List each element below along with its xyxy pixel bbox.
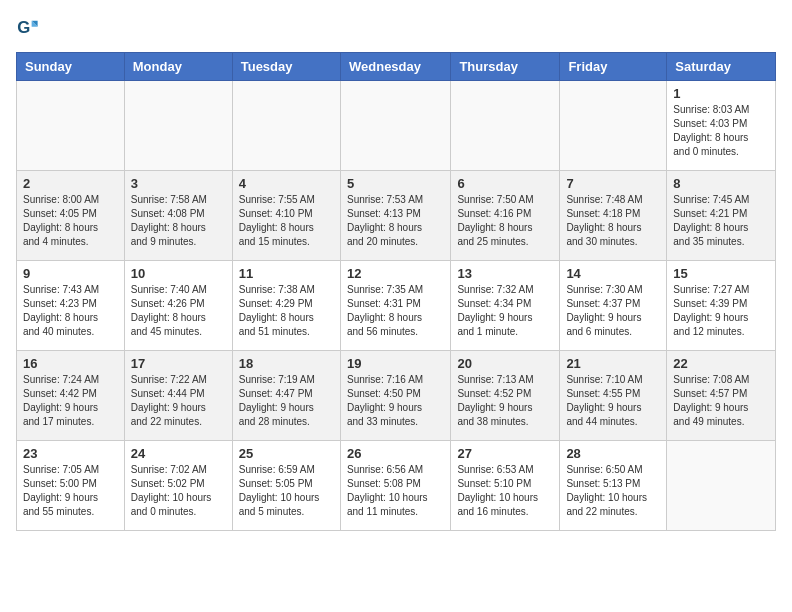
calendar-cell: 12Sunrise: 7:35 AM Sunset: 4:31 PM Dayli… [340,261,450,351]
day-number: 2 [23,176,118,191]
day-number: 18 [239,356,334,371]
calendar-cell: 5Sunrise: 7:53 AM Sunset: 4:13 PM Daylig… [340,171,450,261]
calendar-cell [667,441,776,531]
day-info: Sunrise: 7:10 AM Sunset: 4:55 PM Dayligh… [566,373,660,429]
day-number: 19 [347,356,444,371]
calendar-week-row: 9Sunrise: 7:43 AM Sunset: 4:23 PM Daylig… [17,261,776,351]
calendar-cell [560,81,667,171]
day-number: 15 [673,266,769,281]
calendar-cell [232,81,340,171]
day-number: 11 [239,266,334,281]
day-info: Sunrise: 6:59 AM Sunset: 5:05 PM Dayligh… [239,463,334,519]
column-header-sunday: Sunday [17,53,125,81]
calendar-cell: 19Sunrise: 7:16 AM Sunset: 4:50 PM Dayli… [340,351,450,441]
day-number: 6 [457,176,553,191]
column-header-monday: Monday [124,53,232,81]
calendar-cell: 6Sunrise: 7:50 AM Sunset: 4:16 PM Daylig… [451,171,560,261]
page-header: G [16,16,776,40]
day-info: Sunrise: 7:02 AM Sunset: 5:02 PM Dayligh… [131,463,226,519]
calendar-cell: 25Sunrise: 6:59 AM Sunset: 5:05 PM Dayli… [232,441,340,531]
day-info: Sunrise: 7:30 AM Sunset: 4:37 PM Dayligh… [566,283,660,339]
column-header-friday: Friday [560,53,667,81]
day-number: 9 [23,266,118,281]
day-number: 13 [457,266,553,281]
calendar-cell: 3Sunrise: 7:58 AM Sunset: 4:08 PM Daylig… [124,171,232,261]
day-info: Sunrise: 7:32 AM Sunset: 4:34 PM Dayligh… [457,283,553,339]
day-number: 1 [673,86,769,101]
calendar-cell: 18Sunrise: 7:19 AM Sunset: 4:47 PM Dayli… [232,351,340,441]
day-number: 21 [566,356,660,371]
calendar-cell: 17Sunrise: 7:22 AM Sunset: 4:44 PM Dayli… [124,351,232,441]
calendar-cell: 21Sunrise: 7:10 AM Sunset: 4:55 PM Dayli… [560,351,667,441]
day-info: Sunrise: 7:58 AM Sunset: 4:08 PM Dayligh… [131,193,226,249]
day-info: Sunrise: 7:50 AM Sunset: 4:16 PM Dayligh… [457,193,553,249]
day-number: 23 [23,446,118,461]
day-number: 17 [131,356,226,371]
day-number: 3 [131,176,226,191]
day-info: Sunrise: 7:24 AM Sunset: 4:42 PM Dayligh… [23,373,118,429]
calendar-cell [340,81,450,171]
day-info: Sunrise: 8:03 AM Sunset: 4:03 PM Dayligh… [673,103,769,159]
day-info: Sunrise: 7:35 AM Sunset: 4:31 PM Dayligh… [347,283,444,339]
calendar-cell: 23Sunrise: 7:05 AM Sunset: 5:00 PM Dayli… [17,441,125,531]
day-info: Sunrise: 7:38 AM Sunset: 4:29 PM Dayligh… [239,283,334,339]
day-info: Sunrise: 7:13 AM Sunset: 4:52 PM Dayligh… [457,373,553,429]
calendar-week-row: 23Sunrise: 7:05 AM Sunset: 5:00 PM Dayli… [17,441,776,531]
calendar-cell: 1Sunrise: 8:03 AM Sunset: 4:03 PM Daylig… [667,81,776,171]
column-header-tuesday: Tuesday [232,53,340,81]
day-info: Sunrise: 7:05 AM Sunset: 5:00 PM Dayligh… [23,463,118,519]
svg-text:G: G [17,18,30,37]
calendar-cell: 14Sunrise: 7:30 AM Sunset: 4:37 PM Dayli… [560,261,667,351]
calendar-cell: 8Sunrise: 7:45 AM Sunset: 4:21 PM Daylig… [667,171,776,261]
day-info: Sunrise: 7:22 AM Sunset: 4:44 PM Dayligh… [131,373,226,429]
day-number: 8 [673,176,769,191]
day-info: Sunrise: 7:19 AM Sunset: 4:47 PM Dayligh… [239,373,334,429]
day-number: 28 [566,446,660,461]
column-header-saturday: Saturday [667,53,776,81]
logo: G [16,16,42,40]
day-info: Sunrise: 7:08 AM Sunset: 4:57 PM Dayligh… [673,373,769,429]
column-header-wednesday: Wednesday [340,53,450,81]
calendar-cell: 9Sunrise: 7:43 AM Sunset: 4:23 PM Daylig… [17,261,125,351]
logo-icon: G [16,16,40,40]
calendar-cell: 16Sunrise: 7:24 AM Sunset: 4:42 PM Dayli… [17,351,125,441]
day-info: Sunrise: 7:43 AM Sunset: 4:23 PM Dayligh… [23,283,118,339]
day-info: Sunrise: 8:00 AM Sunset: 4:05 PM Dayligh… [23,193,118,249]
calendar-cell: 7Sunrise: 7:48 AM Sunset: 4:18 PM Daylig… [560,171,667,261]
calendar-cell: 15Sunrise: 7:27 AM Sunset: 4:39 PM Dayli… [667,261,776,351]
calendar-cell [451,81,560,171]
calendar-cell: 26Sunrise: 6:56 AM Sunset: 5:08 PM Dayli… [340,441,450,531]
calendar-cell: 24Sunrise: 7:02 AM Sunset: 5:02 PM Dayli… [124,441,232,531]
day-info: Sunrise: 7:55 AM Sunset: 4:10 PM Dayligh… [239,193,334,249]
day-info: Sunrise: 6:53 AM Sunset: 5:10 PM Dayligh… [457,463,553,519]
day-number: 20 [457,356,553,371]
day-info: Sunrise: 7:53 AM Sunset: 4:13 PM Dayligh… [347,193,444,249]
calendar-cell: 10Sunrise: 7:40 AM Sunset: 4:26 PM Dayli… [124,261,232,351]
day-info: Sunrise: 6:50 AM Sunset: 5:13 PM Dayligh… [566,463,660,519]
day-number: 4 [239,176,334,191]
calendar-cell [124,81,232,171]
day-number: 24 [131,446,226,461]
calendar-week-row: 2Sunrise: 8:00 AM Sunset: 4:05 PM Daylig… [17,171,776,261]
day-info: Sunrise: 6:56 AM Sunset: 5:08 PM Dayligh… [347,463,444,519]
calendar-table: SundayMondayTuesdayWednesdayThursdayFrid… [16,52,776,531]
day-number: 12 [347,266,444,281]
day-number: 22 [673,356,769,371]
calendar-cell: 22Sunrise: 7:08 AM Sunset: 4:57 PM Dayli… [667,351,776,441]
day-number: 25 [239,446,334,461]
calendar-cell: 20Sunrise: 7:13 AM Sunset: 4:52 PM Dayli… [451,351,560,441]
calendar-week-row: 1Sunrise: 8:03 AM Sunset: 4:03 PM Daylig… [17,81,776,171]
calendar-cell [17,81,125,171]
calendar-cell: 2Sunrise: 8:00 AM Sunset: 4:05 PM Daylig… [17,171,125,261]
calendar-header-row: SundayMondayTuesdayWednesdayThursdayFrid… [17,53,776,81]
calendar-cell: 27Sunrise: 6:53 AM Sunset: 5:10 PM Dayli… [451,441,560,531]
day-info: Sunrise: 7:40 AM Sunset: 4:26 PM Dayligh… [131,283,226,339]
day-number: 10 [131,266,226,281]
day-info: Sunrise: 7:45 AM Sunset: 4:21 PM Dayligh… [673,193,769,249]
day-number: 27 [457,446,553,461]
day-info: Sunrise: 7:48 AM Sunset: 4:18 PM Dayligh… [566,193,660,249]
calendar-cell: 13Sunrise: 7:32 AM Sunset: 4:34 PM Dayli… [451,261,560,351]
day-number: 14 [566,266,660,281]
day-info: Sunrise: 7:16 AM Sunset: 4:50 PM Dayligh… [347,373,444,429]
column-header-thursday: Thursday [451,53,560,81]
